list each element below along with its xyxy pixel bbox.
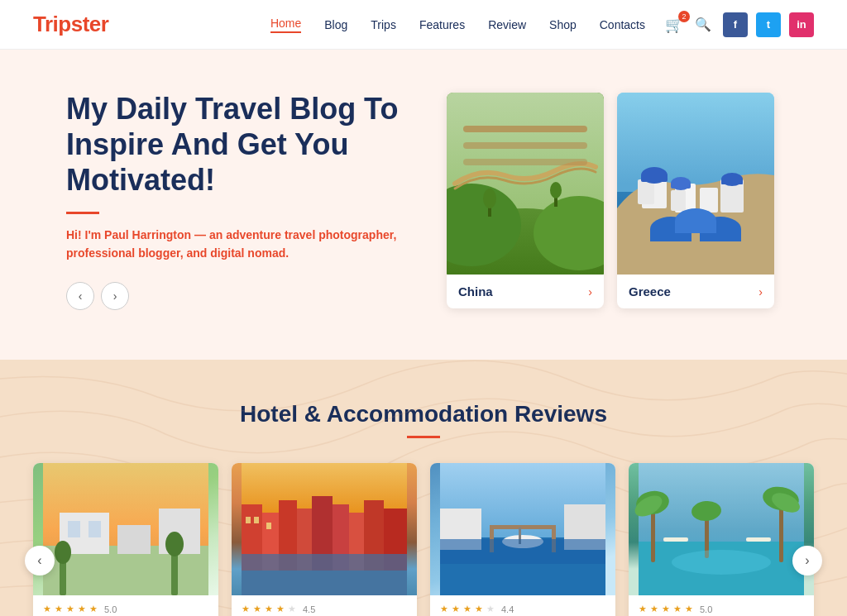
svg-rect-15: [671, 190, 686, 211]
star-icon: ★: [673, 604, 682, 614]
svg-rect-44: [246, 517, 251, 523]
star-icon: ★: [440, 604, 448, 614]
destination-cards: China ›: [447, 93, 774, 308]
nav-review[interactable]: Review: [488, 18, 526, 31]
carousel-prev-button[interactable]: ‹: [25, 546, 55, 575]
carousel-next-button[interactable]: ›: [792, 546, 822, 575]
svg-point-5: [483, 189, 496, 208]
hotel-stars-1: ★ ★ ★ ★ ★ 5.0: [43, 604, 208, 614]
nav-features[interactable]: Features: [419, 18, 465, 31]
hotels-row: ★ ★ ★ ★ ★ 5.0 Passeig de Gràcia Hotel, B…: [33, 463, 814, 616]
hero-section: My Daily Travel Blog To Inspire And Get …: [0, 50, 847, 360]
china-svg: [447, 93, 604, 275]
star-icon: ★: [685, 604, 693, 614]
site-logo[interactable]: Tripster: [33, 12, 108, 37]
hotel-img-svg-3: [430, 463, 615, 595]
greece-label: Greece: [629, 284, 671, 298]
hero-desc-prefix: Hi! I'm: [66, 228, 104, 241]
hotel-info-4: ★ ★ ★ ★ ★ 5.0 Windemere Hotel, Darjeelin…: [629, 595, 814, 616]
hotel-rating-4: 5.0: [700, 604, 712, 614]
svg-rect-69: [746, 537, 771, 542]
svg-rect-46: [266, 523, 271, 529]
hotel-img-svg-1: [33, 463, 218, 595]
twitter-button[interactable]: t: [756, 12, 781, 37]
hero-text-block: My Daily Travel Blog To Inspire And Get …: [66, 91, 414, 310]
hero-nav-arrows: ‹ ›: [66, 282, 414, 310]
svg-rect-50: [490, 525, 556, 529]
hotel-img-svg-2: [232, 463, 417, 595]
svg-point-30: [55, 541, 71, 564]
star-empty-icon: ★: [486, 604, 495, 614]
svg-point-70: [672, 550, 771, 575]
nav-blog[interactable]: Blog: [324, 18, 347, 31]
hotel-card-2[interactable]: ★ ★ ★ ★ ★ 4.5 Hotel Exe Cristal Palace, …: [232, 463, 417, 616]
hotel-carousel: ‹: [33, 463, 814, 616]
nav-shop[interactable]: Shop: [549, 18, 577, 31]
hotel-image-3: [430, 463, 615, 595]
svg-rect-26: [89, 521, 101, 537]
accommodation-title: Hotel & Accommodation Reviews: [33, 401, 814, 427]
hotel-card-1[interactable]: ★ ★ ★ ★ ★ 5.0 Passeig de Gràcia Hotel, B…: [33, 463, 218, 616]
svg-point-7: [550, 182, 562, 198]
svg-rect-17: [671, 184, 691, 189]
hotel-info-2: ★ ★ ★ ★ ★ 4.5 Hotel Exe Cristal Palace, …: [232, 595, 417, 616]
hotel-rating-3: 4.4: [501, 604, 514, 614]
star-icon: ★: [66, 604, 74, 614]
cart-button[interactable]: 🛒 2: [665, 16, 683, 34]
hero-title: My Daily Travel Blog To Inspire And Get …: [66, 91, 414, 198]
logo-prefix: Trip: [33, 12, 71, 36]
svg-rect-21: [721, 179, 743, 184]
hotel-card-3[interactable]: ★ ★ ★ ★ ★ 4.4 Dan Accadia, Herzliya, Isr…: [430, 463, 615, 616]
destination-card-greece[interactable]: Greece ›: [617, 93, 774, 308]
header-icons: 🛒 2 🔍 f t in: [665, 12, 814, 37]
main-nav: Home Blog Trips Features Review Shop Con…: [270, 17, 645, 33]
greece-arrow-icon[interactable]: ›: [758, 285, 763, 298]
star-icon: ★: [475, 604, 483, 614]
hotel-stars-3: ★ ★ ★ ★ ★ 4.4: [440, 604, 605, 614]
star-icon: ★: [78, 604, 86, 614]
hotel-image-4: [629, 463, 814, 595]
svg-rect-13: [641, 175, 668, 182]
svg-rect-47: [242, 554, 407, 595]
cart-badge: 2: [678, 11, 690, 22]
nav-home[interactable]: Home: [270, 17, 301, 33]
star-icon: ★: [253, 604, 261, 614]
star-icon: ★: [639, 604, 647, 614]
svg-rect-45: [254, 517, 259, 523]
destination-card-china[interactable]: China ›: [447, 93, 604, 308]
star-icon: ★: [662, 604, 670, 614]
nav-trips[interactable]: Trips: [371, 18, 396, 31]
star-icon: ★: [242, 604, 250, 614]
hotel-rating-2: 4.5: [303, 604, 315, 614]
hero-next-button[interactable]: ›: [101, 282, 129, 310]
star-icon: ★: [55, 604, 63, 614]
china-arrow-icon[interactable]: ›: [588, 285, 592, 298]
china-card-footer: China ›: [447, 275, 604, 308]
hotel-image-1: [33, 463, 218, 595]
hero-author: Paul Harrington: [104, 228, 191, 241]
svg-rect-18: [700, 188, 718, 212]
svg-rect-57: [440, 539, 605, 564]
greece-card-footer: Greece ›: [617, 275, 774, 308]
china-image: [447, 93, 604, 275]
hotel-card-4[interactable]: ★ ★ ★ ★ ★ 5.0 Windemere Hotel, Darjeelin…: [629, 463, 814, 616]
search-button[interactable]: 🔍: [691, 13, 715, 36]
china-label: China: [458, 284, 493, 298]
star-icon: ★: [43, 604, 51, 614]
star-icon: ★: [276, 604, 285, 614]
star-icon: ★: [265, 604, 273, 614]
hotel-image-2: [232, 463, 417, 595]
nav-contacts[interactable]: Contacts: [600, 18, 645, 31]
hero-prev-button[interactable]: ‹: [66, 282, 94, 310]
facebook-button[interactable]: f: [723, 12, 748, 37]
hotel-rating-1: 5.0: [104, 604, 117, 614]
star-icon: ★: [463, 604, 471, 614]
logo-highlight: ster: [71, 12, 109, 36]
star-icon: ★: [452, 604, 460, 614]
instagram-button[interactable]: in: [789, 12, 814, 37]
hero-divider: [66, 212, 99, 214]
svg-point-32: [165, 532, 184, 556]
star-empty-icon: ★: [288, 604, 296, 614]
svg-rect-25: [68, 521, 80, 537]
svg-rect-68: [663, 537, 688, 542]
